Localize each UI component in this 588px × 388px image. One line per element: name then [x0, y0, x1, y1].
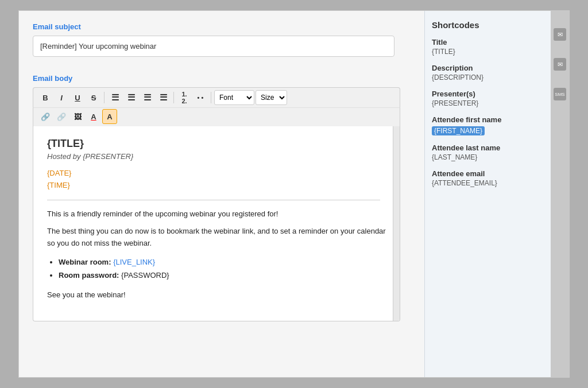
italic-button[interactable]: I: [54, 90, 69, 105]
email-body-label: Email body: [33, 74, 411, 83]
strikethrough-button[interactable]: S: [86, 90, 101, 105]
shortcode-last-name-value[interactable]: {LAST_NAME}: [432, 153, 544, 161]
live-link[interactable]: {LIVE_LINK}: [113, 258, 155, 266]
link-button[interactable]: 🔗: [38, 109, 53, 124]
editor-paragraph2: The best thing you can do now is to book…: [47, 226, 386, 250]
justify-button[interactable]: ☰: [156, 90, 171, 105]
align-center-button[interactable]: ☰: [123, 90, 138, 105]
editor-area[interactable]: {TITLE} Hosted by {PRESENTER} {DATE} {TI…: [33, 126, 400, 321]
shortcode-first-name: Attendee first name {FIRST_NAME}: [432, 115, 544, 135]
unordered-list-button[interactable]: • •: [193, 90, 208, 105]
editor-closing: See you at the webinar!: [47, 289, 386, 301]
align-left-button[interactable]: ☰: [107, 90, 122, 105]
toolbar-row2: 🔗 🔗 🖼 A A: [33, 107, 400, 126]
main-container: Email subject Email body B I U S ☰ ☰ ☰ ☰…: [18, 10, 570, 378]
shortcode-title: Title {TITLE}: [432, 38, 544, 56]
email-icon-2[interactable]: ✉: [554, 58, 566, 71]
left-panel: Email subject Email body B I U S ☰ ☰ ☰ ☰…: [19, 11, 424, 377]
editor-divider: [47, 200, 380, 200]
shortcode-title-value[interactable]: {TITLE}: [432, 48, 544, 56]
password-value: {PASSWORD}: [121, 271, 169, 280]
list-item-1: Webinar room: {LIVE_LINK}: [59, 255, 386, 269]
toolbar-sep-1: [104, 92, 105, 103]
list-item-2: Room password: {PASSWORD}: [59, 269, 386, 282]
email-body-section: Email body B I U S ☰ ☰ ☰ ☰ 1.2. • • Font: [33, 74, 411, 321]
bold-button[interactable]: B: [38, 90, 53, 105]
size-select[interactable]: Size: [256, 90, 287, 105]
email-icon-1[interactable]: ✉: [554, 28, 566, 41]
shortcode-email-value[interactable]: {ATTENDEE_EMAIL}: [432, 179, 544, 187]
editor-scrollbar[interactable]: [393, 126, 400, 321]
list-item-2-label: Room password:: [59, 271, 119, 280]
sms-icon[interactable]: SMS: [554, 88, 566, 100]
list-item-1-label: Webinar room:: [59, 258, 111, 266]
shortcode-description: Description {DESCRIPTION}: [432, 64, 544, 82]
shortcodes-panel: Shortcodes Title {TITLE} Description {DE…: [424, 11, 551, 377]
editor-list: Webinar room: {LIVE_LINK} Room password:…: [59, 255, 386, 282]
unlink-button[interactable]: 🔗: [54, 109, 69, 124]
email-subject-label: Email subject: [33, 22, 411, 31]
far-right-panel: ✉ ✉ SMS: [551, 11, 569, 377]
email-subject-input[interactable]: [33, 36, 394, 57]
toolbar-sep-2: [173, 92, 174, 103]
shortcode-description-value[interactable]: {DESCRIPTION}: [432, 73, 544, 82]
shortcode-email: Attendee email {ATTENDEE_EMAIL}: [432, 169, 544, 187]
editor-paragraph1: This is a friendly reminder of the upcom…: [47, 208, 386, 220]
image-button[interactable]: 🖼: [70, 109, 85, 124]
align-right-button[interactable]: ☰: [140, 90, 154, 105]
underline-button[interactable]: U: [70, 90, 85, 105]
shortcode-presenter-value[interactable]: {PRESENTER}: [432, 99, 544, 107]
editor-title: {TITLE}: [47, 138, 386, 150]
ordered-list-button[interactable]: 1.2.: [177, 90, 192, 105]
shortcode-presenter: Presenter(s) {PRESENTER}: [432, 90, 544, 107]
bg-color-button[interactable]: A: [102, 109, 117, 124]
text-color-button[interactable]: A: [86, 109, 101, 124]
shortcode-first-name-value[interactable]: {FIRST_NAME}: [432, 126, 485, 135]
font-select[interactable]: Font: [214, 90, 254, 105]
editor-subtitle: Hosted by {PRESENTER}: [47, 152, 386, 161]
shortcode-last-name: Attendee last name {LAST_NAME}: [432, 143, 544, 161]
toolbar-row1: B I U S ☰ ☰ ☰ ☰ 1.2. • • Font Size: [33, 87, 400, 107]
shortcodes-title: Shortcodes: [432, 20, 544, 30]
toolbar-sep-3: [211, 92, 211, 103]
editor-date: {DATE} {TIME}: [47, 168, 386, 192]
